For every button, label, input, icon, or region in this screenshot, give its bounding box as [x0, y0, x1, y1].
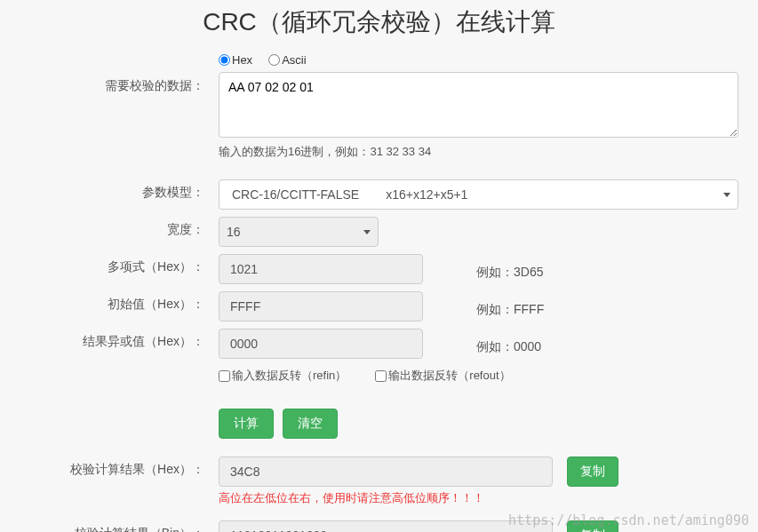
chevron-down-icon	[723, 193, 730, 197]
copy-hex-button[interactable]: 复制	[567, 457, 618, 487]
result-bin-label: 校验计算结果（Bin）：	[9, 520, 219, 532]
refin-label: 输入数据反转（refin）	[232, 368, 347, 384]
radio-ascii[interactable]: Ascii	[268, 53, 306, 67]
model-label: 参数模型：	[9, 179, 219, 201]
data-input-hint: 输入的数据为16进制，例如：31 32 33 34	[219, 144, 738, 160]
result-hex-warning: 高位在左低位在右，使用时请注意高低位顺序！！！	[219, 490, 738, 506]
init-input[interactable]	[219, 291, 423, 322]
radio-ascii-input[interactable]	[268, 54, 280, 66]
xorout-example: 例如：0000	[476, 333, 541, 355]
refout-checkbox[interactable]: 输出数据反转（refout）	[375, 368, 510, 384]
chevron-down-icon	[363, 230, 371, 234]
encoding-radio-group: Hex Ascii	[219, 53, 738, 67]
calculate-button[interactable]: 计算	[219, 409, 274, 439]
refout-checkbox-input[interactable]	[375, 370, 387, 382]
poly-input[interactable]	[219, 254, 423, 284]
clear-button[interactable]: 清空	[283, 409, 338, 439]
radio-hex-label: Hex	[232, 53, 252, 67]
model-selected-poly: x16+x12+x5+1	[386, 187, 467, 202]
init-example: 例如：FFFF	[476, 296, 544, 318]
refout-label: 输出数据反转（refout）	[388, 368, 510, 384]
model-select[interactable]: CRC-16/CCITT-FALSE x16+x12+x5+1	[219, 179, 738, 210]
radio-ascii-label: Ascii	[282, 53, 306, 67]
width-select[interactable]: 16	[219, 217, 379, 247]
result-hex-output[interactable]	[219, 457, 553, 487]
radio-hex-input[interactable]	[219, 54, 230, 66]
copy-bin-button[interactable]: 复制	[567, 520, 618, 532]
data-input-label: 需要校验的数据：	[9, 53, 219, 94]
init-label: 初始值（Hex）：	[9, 291, 219, 313]
data-input[interactable]	[219, 72, 738, 138]
refin-checkbox[interactable]: 输入数据反转（refin）	[219, 368, 347, 384]
poly-example: 例如：3D65	[476, 258, 543, 281]
xorout-input[interactable]	[219, 329, 423, 359]
result-bin-output[interactable]	[219, 520, 553, 532]
width-label: 宽度：	[9, 217, 219, 238]
xorout-label: 结果异或值（Hex）：	[9, 329, 219, 350]
radio-hex[interactable]: Hex	[219, 53, 252, 67]
width-value: 16	[227, 225, 241, 239]
poly-label: 多项式（Hex）：	[9, 254, 219, 275]
page-title: CRC（循环冗余校验）在线计算	[9, 5, 749, 39]
model-selected-name: CRC-16/CCITT-FALSE	[232, 187, 359, 202]
result-hex-label: 校验计算结果（Hex）：	[9, 457, 219, 478]
refin-checkbox-input[interactable]	[219, 370, 230, 382]
